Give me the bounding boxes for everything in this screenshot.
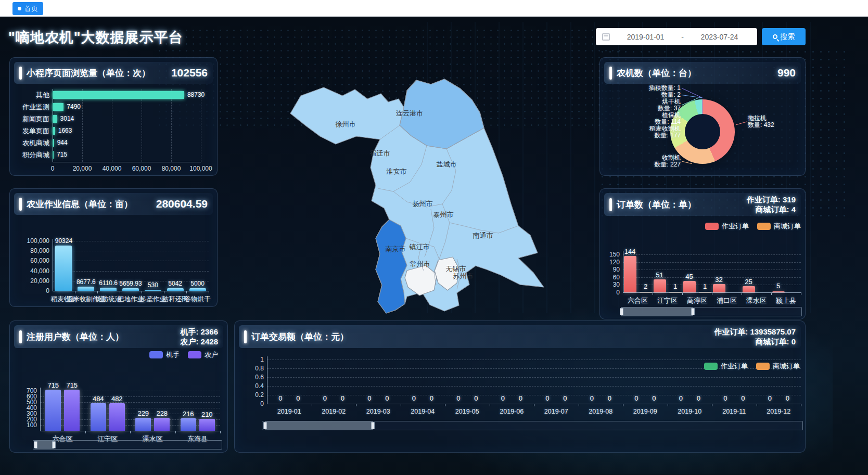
bar-value-label: 715 (47, 381, 59, 389)
jiangsu-province-map[interactable]: 连云港市徐州市宿迁市盐城市淮安市扬州市泰州市南通市南京市镇江市常州市无锡市苏州市 (224, 52, 598, 317)
legend-item[interactable]: 作业订单 (705, 222, 749, 231)
hbar-chart: 其他88730作业监测7490新闻页面3014发单页面1663农机商城944积分… (53, 89, 201, 162)
x-axis-tick (490, 404, 490, 406)
date-range-picker[interactable]: 2019-01-01 - 2023-07-24 (596, 28, 757, 45)
bar (713, 284, 725, 292)
x-axis-line (53, 291, 209, 291)
bar (743, 286, 755, 292)
legend-swatch (188, 351, 201, 358)
bar (683, 281, 696, 292)
bar-value-label: 0 (296, 394, 300, 402)
gridline (623, 269, 801, 270)
y-axis-line (40, 388, 41, 431)
chart-legend: 机手农户 (149, 350, 218, 360)
category-label: 2019-05 (455, 408, 479, 415)
legend-swatch (704, 363, 718, 370)
panel-machines: 农机数（单位：台） 990 插秧数量: 1数量: 2烘干机 数量: 37植保机 … (599, 57, 806, 176)
map-city-label: 南通市 (473, 231, 493, 240)
vbar-chart: 100,00080,00060,00040,00020,000090324稻麦收… (10, 189, 218, 307)
search-button[interactable]: 搜索 (762, 28, 806, 45)
map-city-label: 泰州市 (433, 210, 454, 220)
date-end-input[interactable]: 2023-07-24 (688, 33, 751, 41)
x-tick-label: 60,000 (132, 165, 151, 172)
y-tick-label: 100 (17, 421, 37, 429)
bar-value-label: 88730 (187, 91, 205, 98)
datazoom-selection[interactable] (265, 421, 373, 430)
gridline (201, 89, 201, 162)
bar-value-label: 7490 (67, 103, 81, 110)
x-axis-tick (130, 431, 131, 433)
bar-value-label: 90324 (55, 237, 72, 245)
bar-value-label: 484 (93, 395, 104, 403)
x-axis-tick (653, 292, 653, 295)
category-label: 谷物烘干 (185, 295, 211, 304)
bar (100, 288, 117, 291)
legend-label: 农户 (205, 350, 218, 360)
panel-header: 小程序页面浏览量（单位：次） 102556 (14, 62, 213, 84)
datazoom-slider[interactable] (262, 421, 803, 430)
datazoom-handle[interactable] (263, 422, 267, 429)
bar-value-label: 0 (741, 394, 745, 402)
map-city-label: 连云港市 (396, 109, 423, 118)
legend-item[interactable]: 作业订单 (704, 362, 748, 371)
bar (189, 288, 206, 291)
datazoom-handle[interactable] (371, 422, 375, 429)
bar (167, 288, 184, 291)
x-axis-tick (120, 291, 120, 293)
bar-value-label: 0 (679, 394, 683, 402)
bar-value-label: 944 (57, 139, 68, 146)
grouped-bar-chart: 1501209060300作业订单商城订单六合区1442江宁区511高淳区451… (600, 189, 806, 320)
datazoom-handle[interactable] (620, 308, 623, 315)
bar-value-label: 1 (703, 283, 707, 290)
datazoom-selection[interactable] (35, 441, 54, 449)
dashboard-stage: "嘀地农机"大数据展示平台 2019-01-01 - 2023-07-24 搜索… (0, 17, 868, 475)
legend-item[interactable]: 机手 (149, 350, 180, 360)
x-axis-tick (712, 404, 712, 406)
search-button-label: 搜索 (781, 32, 795, 42)
map-city-label: 宿迁市 (370, 149, 390, 158)
y-tick-label: 150 (600, 251, 620, 258)
x-axis-tick (534, 404, 534, 406)
category-label: 新闻页面 (11, 114, 49, 124)
bar-value-label: 228 (156, 409, 168, 417)
datazoom-handle[interactable] (691, 308, 695, 315)
bar (53, 127, 55, 135)
bar-value-label: 5000 (190, 280, 205, 287)
legend-item[interactable]: 商城订单 (756, 362, 800, 371)
category-label: 2019-03 (366, 408, 390, 415)
date-separator: - (681, 33, 684, 41)
x-axis-tick (712, 292, 712, 295)
bar-value-label: 0 (323, 394, 327, 402)
y-axis-line (53, 239, 53, 291)
legend-label: 作业订单 (721, 362, 748, 371)
bar-value-label: 0 (563, 394, 567, 402)
y-tick-label: 90 (600, 266, 620, 273)
search-icon (773, 34, 777, 39)
legend-item[interactable]: 农户 (188, 350, 218, 360)
category-label: 颍上县 (776, 296, 796, 305)
x-axis-tick (579, 404, 579, 406)
bar-value-label: 482 (111, 395, 123, 403)
datazoom-slider[interactable] (621, 307, 802, 316)
datazoom-slider[interactable] (33, 440, 222, 450)
legend-swatch (756, 363, 770, 370)
gridline (623, 277, 801, 278)
category-label: 其他 (11, 91, 49, 100)
x-tick-label: 20,000 (73, 165, 92, 172)
donut-label: 植保机 数量: 114 (603, 112, 681, 125)
title-accent-bar (19, 67, 22, 80)
category-label: 2019-04 (411, 408, 435, 415)
tab-home[interactable]: 首页 (12, 2, 43, 15)
map-city-label: 南京市 (386, 245, 406, 254)
bar (122, 288, 139, 291)
legend-item[interactable]: 商城订单 (757, 222, 801, 231)
datazoom-handle[interactable] (34, 441, 37, 448)
bar (53, 115, 57, 123)
x-axis-tick (209, 291, 209, 293)
date-start-input[interactable]: 2019-01-01 (614, 33, 677, 41)
bar-value-label: 51 (656, 271, 663, 279)
bar-value-label: 0 (341, 394, 344, 402)
datazoom-handle[interactable] (52, 441, 56, 448)
datazoom-selection[interactable] (621, 307, 693, 316)
bar-value-label: 1 (673, 283, 677, 290)
